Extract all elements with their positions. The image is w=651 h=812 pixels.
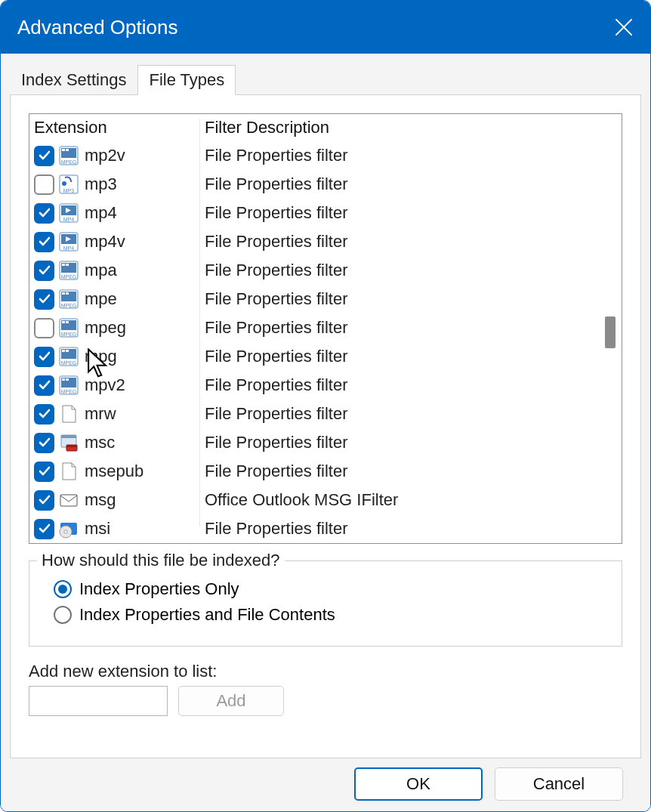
- svg-point-6: [62, 181, 66, 186]
- row-checkbox[interactable]: [34, 404, 54, 425]
- row-checkbox[interactable]: [34, 146, 54, 166]
- dialog-window: Advanced Options Index Settings File Typ…: [0, 0, 651, 812]
- row-checkbox[interactable]: [34, 174, 54, 195]
- row-checkbox[interactable]: [34, 347, 54, 367]
- svg-text:MPEG: MPEG: [61, 159, 77, 165]
- table-row[interactable]: MPEGmpgFile Properties filter: [29, 342, 597, 371]
- list-header: Extension Filter Description: [29, 114, 597, 141]
- row-checkbox[interactable]: [34, 462, 54, 482]
- table-row[interactable]: msgOffice Outlook MSG IFilter: [29, 486, 597, 514]
- svg-rect-28: [62, 321, 65, 323]
- svg-rect-24: [66, 292, 69, 295]
- svg-text:MPEG: MPEG: [61, 360, 77, 366]
- file-type-icon: MPEG: [59, 318, 79, 338]
- svg-rect-19: [66, 264, 69, 266]
- extension-label: mpe: [85, 289, 117, 309]
- svg-rect-34: [66, 350, 69, 352]
- svg-rect-39: [66, 378, 69, 381]
- file-type-icon: MPEG: [59, 261, 79, 280]
- file-type-icon: MP4: [59, 203, 79, 223]
- window-title: Advanced Options: [17, 16, 177, 39]
- extension-label: msg: [85, 490, 116, 510]
- close-icon[interactable]: [614, 17, 634, 37]
- filter-description: File Properties filter: [205, 519, 348, 539]
- radio-properties-only[interactable]: Index Properties Only: [54, 579, 608, 599]
- tab-index-settings[interactable]: Index Settings: [10, 65, 137, 95]
- row-checkbox[interactable]: [34, 375, 54, 396]
- svg-text:MPEG: MPEG: [61, 332, 77, 337]
- svg-rect-29: [66, 321, 69, 323]
- column-header-extension[interactable]: Extension: [29, 118, 205, 137]
- extension-label: msepub: [85, 462, 143, 481]
- table-row[interactable]: msiFile Properties filter: [29, 514, 597, 543]
- table-row[interactable]: msepubFile Properties filter: [29, 457, 597, 486]
- filter-description: File Properties filter: [205, 289, 348, 309]
- filter-description: Office Outlook MSG IFilter: [205, 490, 398, 510]
- table-row[interactable]: MPEGmp2vFile Properties filter: [29, 141, 597, 170]
- svg-text:MPEG: MPEG: [61, 389, 77, 394]
- extension-label: msc: [85, 433, 115, 452]
- svg-rect-3: [66, 149, 69, 151]
- list-scrollbar[interactable]: [597, 114, 622, 543]
- file-type-icon: [59, 433, 79, 452]
- table-row[interactable]: MPEGmpegFile Properties filter: [29, 313, 597, 342]
- row-checkbox[interactable]: [34, 232, 54, 252]
- table-row[interactable]: MPEGmpv2File Properties filter: [29, 371, 597, 400]
- extension-label: mpv2: [85, 375, 125, 395]
- scrollbar-thumb[interactable]: [605, 316, 616, 348]
- ok-button[interactable]: OK: [354, 767, 483, 801]
- svg-rect-23: [62, 292, 65, 295]
- file-type-icon: [59, 462, 79, 481]
- cancel-button[interactable]: Cancel: [495, 767, 623, 801]
- filter-description: File Properties filter: [205, 347, 348, 366]
- extension-label: mrw: [85, 404, 116, 424]
- svg-point-48: [64, 530, 67, 533]
- filter-description: File Properties filter: [205, 375, 348, 395]
- add-extension-input[interactable]: [29, 686, 168, 716]
- row-checkbox[interactable]: [34, 318, 54, 338]
- svg-text:MPEG: MPEG: [61, 303, 77, 308]
- file-type-icon: MP4: [59, 232, 79, 252]
- extension-label: msi: [85, 519, 110, 539]
- row-checkbox[interactable]: [34, 490, 54, 511]
- extension-label: mp2v: [85, 146, 125, 165]
- row-checkbox[interactable]: [34, 433, 54, 453]
- extension-label: mpa: [85, 261, 117, 280]
- table-row[interactable]: MP3mp3File Properties filter: [29, 170, 597, 199]
- filter-description: File Properties filter: [205, 174, 348, 194]
- svg-rect-18: [62, 264, 65, 266]
- dialog-buttons: OK Cancel: [10, 758, 641, 801]
- table-row[interactable]: MP4mp4File Properties filter: [29, 199, 597, 227]
- row-checkbox[interactable]: [34, 519, 54, 539]
- svg-rect-42: [61, 435, 76, 438]
- file-type-icon: [59, 519, 79, 539]
- row-checkbox[interactable]: [34, 203, 54, 224]
- extension-label: mp3: [85, 174, 117, 194]
- svg-text:MP4: MP4: [63, 245, 75, 251]
- radio-properties-and-contents[interactable]: Index Properties and File Contents: [54, 605, 608, 625]
- filter-description: File Properties filter: [205, 146, 348, 165]
- table-row[interactable]: MPEGmpaFile Properties filter: [29, 256, 597, 285]
- column-header-description[interactable]: Filter Description: [205, 118, 597, 137]
- extension-label: mpeg: [85, 318, 126, 338]
- file-type-icon: [59, 490, 79, 510]
- tab-file-types[interactable]: File Types: [137, 65, 236, 95]
- table-row[interactable]: MP4mp4vFile Properties filter: [29, 227, 597, 256]
- svg-rect-2: [62, 149, 65, 151]
- svg-rect-38: [62, 378, 65, 381]
- radio-icon: [54, 606, 72, 624]
- svg-rect-45: [60, 495, 77, 506]
- table-row[interactable]: MPEGmpeFile Properties filter: [29, 285, 597, 313]
- filter-description: File Properties filter: [205, 318, 348, 338]
- filter-description: File Properties filter: [205, 203, 348, 223]
- add-button[interactable]: Add: [178, 686, 284, 716]
- table-row[interactable]: mrwFile Properties filter: [29, 400, 597, 428]
- svg-text:MP3: MP3: [63, 188, 75, 193]
- extension-label: mp4: [85, 203, 117, 223]
- row-checkbox[interactable]: [34, 289, 54, 310]
- row-checkbox[interactable]: [34, 261, 54, 281]
- filter-description: File Properties filter: [205, 404, 348, 424]
- table-row[interactable]: mscFile Properties filter: [29, 428, 597, 457]
- tab-strip: Index Settings File Types: [10, 63, 641, 94]
- file-type-icon: MPEG: [59, 146, 79, 165]
